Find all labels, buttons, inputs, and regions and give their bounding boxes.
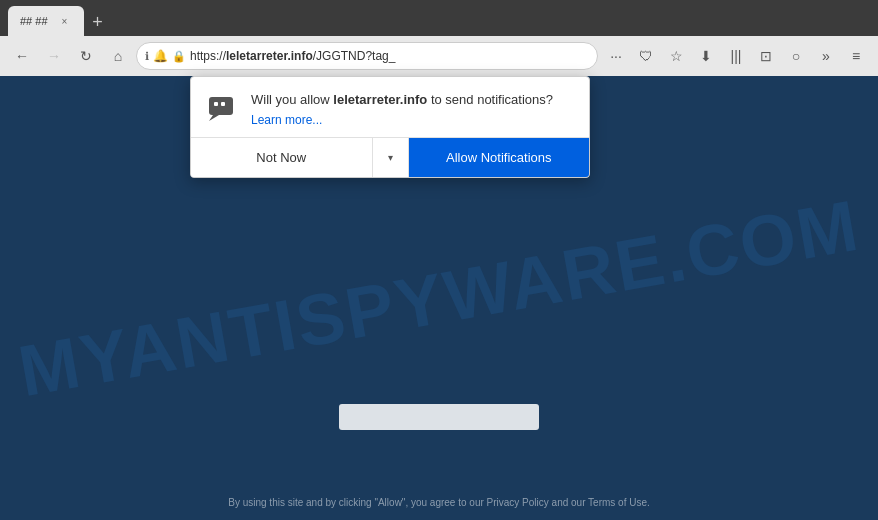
extensions-button[interactable]: » bbox=[812, 42, 840, 70]
tab-bar: ## ## × + bbox=[8, 0, 870, 36]
search-bar[interactable] bbox=[339, 404, 539, 430]
svg-rect-2 bbox=[214, 102, 218, 106]
refresh-button[interactable]: ↻ bbox=[72, 42, 100, 70]
popup-text: Will you allow leletarreter.info to send… bbox=[251, 91, 575, 127]
svg-marker-1 bbox=[209, 115, 219, 121]
info-icon: ℹ bbox=[145, 50, 149, 63]
back-button[interactable]: ← bbox=[8, 42, 36, 70]
menu-button[interactable]: ≡ bbox=[842, 42, 870, 70]
tab-label: ## ## bbox=[20, 15, 48, 27]
url-domain: leletarreter.info bbox=[226, 49, 313, 63]
more-button[interactable]: ··· bbox=[602, 42, 630, 70]
home-button[interactable]: ⌂ bbox=[104, 42, 132, 70]
dropdown-button[interactable]: ▾ bbox=[373, 138, 409, 177]
nav-bar: ← → ↻ ⌂ ℹ 🔔 🔒 https://leletarreter.info/… bbox=[0, 36, 878, 76]
popup-icon bbox=[205, 91, 241, 127]
active-tab[interactable]: ## ## × bbox=[8, 6, 84, 36]
allow-notifications-button[interactable]: Allow Notifications bbox=[409, 138, 590, 177]
chat-bubble-icon bbox=[207, 93, 239, 125]
watermark: MYANTISPYWARE.COM bbox=[13, 184, 866, 413]
svg-rect-3 bbox=[221, 102, 225, 106]
library-button[interactable]: ||| bbox=[722, 42, 750, 70]
lock-icon: 🔒 bbox=[172, 50, 186, 63]
notification-icon: 🔔 bbox=[153, 49, 168, 63]
not-now-button[interactable]: Not Now bbox=[191, 138, 373, 177]
popup-body: Will you allow leletarreter.info to send… bbox=[191, 77, 589, 137]
svg-rect-0 bbox=[209, 97, 233, 115]
url-text: https://leletarreter.info/JGGTND?tag_ bbox=[190, 49, 589, 63]
learn-more-link[interactable]: Learn more... bbox=[251, 113, 575, 127]
popup-question: Will you allow leletarreter.info to send… bbox=[251, 91, 575, 109]
notification-popup: Will you allow leletarreter.info to send… bbox=[190, 76, 590, 178]
browser-chrome: ## ## × + bbox=[0, 0, 878, 36]
footer-text: By using this site and by clicking "Allo… bbox=[228, 497, 650, 508]
nav-right-icons: ··· 🛡 ☆ ⬇ ||| ⊡ ○ » ≡ bbox=[602, 42, 870, 70]
page-content: MYANTISPYWARE.COM By using this site and… bbox=[0, 76, 878, 520]
forward-button[interactable]: → bbox=[40, 42, 68, 70]
sync-button[interactable]: ⊡ bbox=[752, 42, 780, 70]
bookmark-button[interactable]: ☆ bbox=[662, 42, 690, 70]
tab-close-button[interactable]: × bbox=[58, 14, 72, 28]
new-tab-button[interactable]: + bbox=[84, 8, 112, 36]
popup-site: leletarreter.info bbox=[333, 92, 427, 107]
download-button[interactable]: ⬇ bbox=[692, 42, 720, 70]
shield-button[interactable]: 🛡 bbox=[632, 42, 660, 70]
address-bar[interactable]: ℹ 🔔 🔒 https://leletarreter.info/JGGTND?t… bbox=[136, 42, 598, 70]
popup-actions: Not Now ▾ Allow Notifications bbox=[191, 137, 589, 177]
profile-button[interactable]: ○ bbox=[782, 42, 810, 70]
